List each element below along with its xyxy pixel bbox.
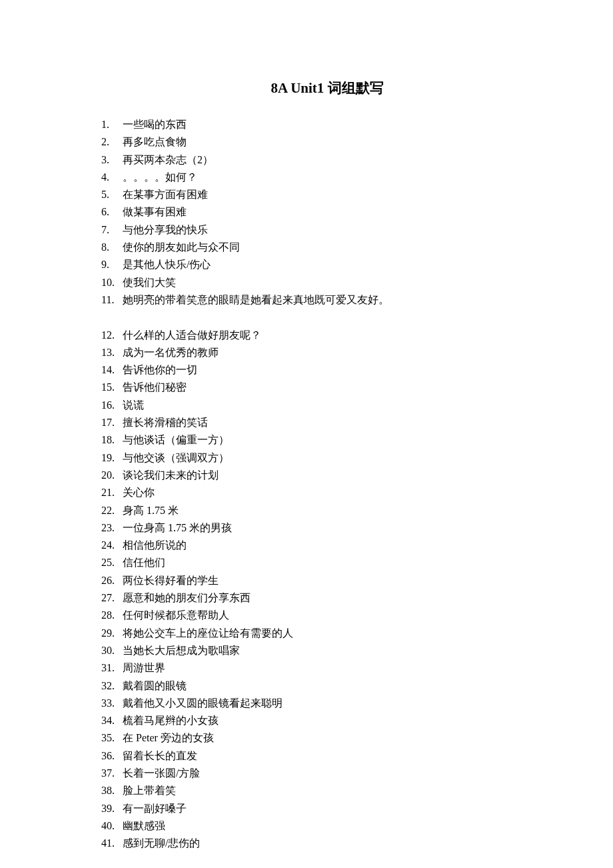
item-text: 当她长大后想成为歌唱家	[123, 645, 240, 656]
list-item: 10. 使我们大笑	[101, 274, 553, 291]
item-number: 20.	[101, 467, 120, 484]
list-item: 12. 什么样的人适合做好朋友呢？	[101, 327, 553, 344]
item-number: 25.	[101, 554, 120, 571]
item-text: 周游世界	[123, 662, 165, 673]
item-text: 。。。。如何？	[123, 171, 197, 183]
item-number: 41.	[101, 835, 120, 852]
list-item: 26. 两位长得好看的学生	[101, 572, 553, 589]
item-text: 戴着他又小又圆的眼镜看起来聪明	[123, 697, 283, 709]
list-item: 28. 任何时候都乐意帮助人	[101, 607, 553, 624]
item-text: 再多吃点食物	[123, 136, 187, 147]
item-number: 22.	[101, 502, 120, 519]
item-number: 2.	[101, 133, 120, 151]
item-number: 23.	[101, 519, 120, 537]
item-number: 6.	[101, 203, 120, 221]
item-text: 什么样的人适合做好朋友呢？	[123, 329, 261, 341]
item-text: 说谎	[123, 399, 144, 411]
item-number: 14.	[101, 361, 120, 379]
item-number: 11.	[101, 291, 120, 309]
item-number: 26.	[101, 572, 120, 589]
item-text: 在某事方面有困难	[123, 189, 208, 200]
item-number: 15.	[101, 379, 120, 396]
item-number: 27.	[101, 589, 120, 607]
item-text: 一些喝的东西	[123, 119, 187, 130]
item-text: 有一副好嗓子	[123, 803, 187, 814]
list-item: 38. 脸上带着笑	[101, 782, 553, 799]
list-item: 11. 她明亮的带着笑意的眼睛是她看起来真地既可爱又友好。	[101, 291, 553, 309]
list-item: 22. 身高 1.75 米	[101, 502, 553, 519]
list-item: 1. 一些喝的东西	[101, 116, 553, 133]
list-item: 31. 周游世界	[101, 659, 553, 677]
list-item: 30. 当她长大后想成为歌唱家	[101, 642, 553, 659]
item-text: 幽默感强	[123, 820, 165, 831]
item-number: 8.	[101, 239, 120, 256]
list-item: 32. 戴着圆的眼镜	[101, 677, 553, 695]
list-item: 27. 愿意和她的朋友们分享东西	[101, 589, 553, 607]
item-number: 35.	[101, 729, 120, 747]
item-text: 与他交谈（强调双方）	[123, 452, 229, 463]
list-item: 41. 感到无聊/悲伤的	[101, 835, 553, 852]
item-text: 两位长得好看的学生	[123, 575, 219, 586]
list-item: 9. 是其他人快乐/伤心	[101, 256, 553, 273]
phrase-list: 1. 一些喝的东西2. 再多吃点食物3. 再买两本杂志（2）4. 。。。。如何？…	[101, 116, 553, 852]
item-text: 与他分享我的快乐	[123, 224, 208, 235]
item-text: 戴着圆的眼镜	[123, 680, 187, 691]
item-text: 告诉他你的一切	[123, 364, 197, 375]
list-item: 23. 一位身高 1.75 米的男孩	[101, 519, 553, 537]
item-number: 19.	[101, 449, 120, 467]
item-number: 28.	[101, 607, 120, 624]
item-number: 18.	[101, 431, 120, 449]
item-text: 身高 1.75 米	[123, 505, 179, 516]
item-text: 脸上带着笑	[123, 785, 176, 796]
item-text: 做某事有困难	[123, 206, 187, 217]
item-text: 相信他所说的	[123, 539, 187, 551]
list-item: 6. 做某事有困难	[101, 203, 553, 221]
item-number: 7.	[101, 221, 120, 239]
item-text: 使你的朋友如此与众不同	[123, 241, 240, 253]
list-item: 7. 与他分享我的快乐	[101, 221, 553, 239]
item-text: 将她公交车上的座位让给有需要的人	[123, 627, 293, 639]
list-item: 36. 留着长长的直发	[101, 747, 553, 765]
item-text: 梳着马尾辫的小女孩	[123, 715, 219, 726]
item-number: 40.	[101, 817, 120, 835]
item-number: 30.	[101, 642, 120, 659]
list-item: 5. 在某事方面有困难	[101, 186, 553, 203]
item-number: 38.	[101, 782, 120, 799]
item-number: 3.	[101, 151, 120, 169]
item-number: 33.	[101, 695, 120, 712]
item-text: 是其他人快乐/伤心	[123, 259, 211, 270]
list-item: 39. 有一副好嗓子	[101, 800, 553, 817]
item-number: 1.	[101, 116, 120, 133]
item-text: 一位身高 1.75 米的男孩	[123, 522, 232, 533]
list-item: 3. 再买两本杂志（2）	[101, 151, 553, 169]
list-item: 40. 幽默感强	[101, 817, 553, 835]
item-number: 32.	[101, 677, 120, 695]
page-title: 8A Unit1 词组默写	[101, 79, 553, 97]
list-item: 25. 信任他们	[101, 554, 553, 571]
item-number: 34.	[101, 712, 120, 729]
list-item: 17. 擅长将滑稽的笑话	[101, 414, 553, 431]
item-number: 37.	[101, 765, 120, 782]
item-number: 21.	[101, 484, 120, 501]
item-text: 成为一名优秀的教师	[123, 347, 219, 358]
list-item: 19. 与他交谈（强调双方）	[101, 449, 553, 467]
item-text: 感到无聊/悲伤的	[123, 837, 200, 849]
item-text: 告诉他们秘密	[123, 381, 187, 393]
item-text: 在 Peter 旁边的女孩	[123, 732, 214, 743]
item-text: 谈论我们未来的计划	[123, 469, 219, 481]
item-number: 31.	[101, 659, 120, 677]
list-item: 13. 成为一名优秀的教师	[101, 344, 553, 361]
list-item: 21. 关心你	[101, 484, 553, 501]
list-item: 18. 与他谈话（偏重一方）	[101, 431, 553, 449]
list-item: 35. 在 Peter 旁边的女孩	[101, 729, 553, 747]
item-text: 关心你	[123, 487, 155, 498]
item-text: 愿意和她的朋友们分享东西	[123, 592, 251, 603]
item-text: 她明亮的带着笑意的眼睛是她看起来真地既可爱又友好。	[123, 294, 389, 305]
list-item: 2. 再多吃点食物	[101, 133, 553, 151]
item-text: 长着一张圆/方脸	[123, 767, 200, 779]
list-item: 16. 说谎	[101, 397, 553, 414]
item-number: 16.	[101, 397, 120, 414]
item-number: 24.	[101, 537, 120, 554]
item-text: 留着长长的直发	[123, 750, 197, 761]
list-item: 29. 将她公交车上的座位让给有需要的人	[101, 625, 553, 642]
